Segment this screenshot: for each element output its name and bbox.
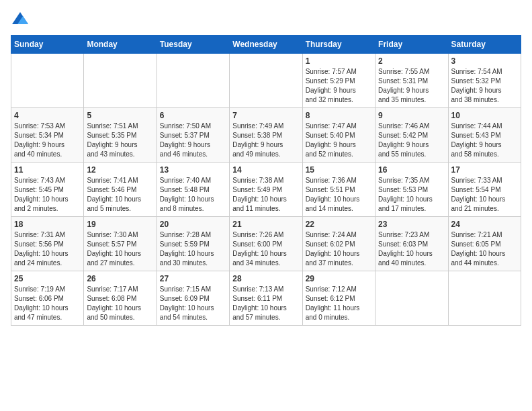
day-number: 14 xyxy=(232,165,299,175)
day-number: 1 xyxy=(306,56,372,66)
calendar-day: 4Sunrise: 7:53 AM Sunset: 5:34 PM Daylig… xyxy=(11,108,84,163)
calendar-day: 21Sunrise: 7:26 AM Sunset: 6:00 PM Dayli… xyxy=(230,217,302,271)
calendar-day: 27Sunrise: 7:15 AM Sunset: 6:09 PM Dayli… xyxy=(157,271,229,326)
day-number: 12 xyxy=(87,165,153,175)
day-number: 6 xyxy=(160,111,226,120)
day-info: Sunrise: 7:49 AM Sunset: 5:38 PM Dayligh… xyxy=(232,122,299,159)
calendar-day: 6Sunrise: 7:50 AM Sunset: 5:37 PM Daylig… xyxy=(157,108,229,163)
calendar-day: 3Sunrise: 7:54 AM Sunset: 5:32 PM Daylig… xyxy=(448,54,521,108)
weekday-header: Tuesday xyxy=(157,36,229,54)
calendar-day xyxy=(84,54,157,108)
day-number: 29 xyxy=(306,274,372,283)
calendar-day: 2Sunrise: 7:55 AM Sunset: 5:31 PM Daylig… xyxy=(375,54,448,108)
day-info: Sunrise: 7:36 AM Sunset: 5:51 PM Dayligh… xyxy=(306,176,372,214)
day-number: 23 xyxy=(378,220,445,229)
weekday-header: Monday xyxy=(84,36,157,54)
day-info: Sunrise: 7:12 AM Sunset: 6:12 PM Dayligh… xyxy=(306,285,372,322)
calendar-day: 10Sunrise: 7:44 AM Sunset: 5:43 PM Dayli… xyxy=(448,108,521,163)
calendar-day: 7Sunrise: 7:49 AM Sunset: 5:38 PM Daylig… xyxy=(230,108,302,163)
day-number: 22 xyxy=(306,220,372,229)
day-info: Sunrise: 7:21 AM Sunset: 6:05 PM Dayligh… xyxy=(451,230,518,268)
day-number: 26 xyxy=(87,274,153,283)
day-info: Sunrise: 7:53 AM Sunset: 5:34 PM Dayligh… xyxy=(14,122,81,159)
logo-icon xyxy=(11,11,30,30)
day-info: Sunrise: 7:26 AM Sunset: 6:00 PM Dayligh… xyxy=(232,230,299,268)
day-info: Sunrise: 7:38 AM Sunset: 5:49 PM Dayligh… xyxy=(232,176,299,214)
day-number: 10 xyxy=(451,111,518,120)
day-number: 25 xyxy=(14,274,81,283)
day-info: Sunrise: 7:35 AM Sunset: 5:53 PM Dayligh… xyxy=(378,176,445,214)
day-info: Sunrise: 7:15 AM Sunset: 6:09 PM Dayligh… xyxy=(160,285,226,322)
day-info: Sunrise: 7:28 AM Sunset: 5:59 PM Dayligh… xyxy=(160,230,226,268)
calendar-day: 13Sunrise: 7:40 AM Sunset: 5:48 PM Dayli… xyxy=(157,163,229,217)
day-number: 17 xyxy=(451,165,518,175)
calendar-day: 9Sunrise: 7:46 AM Sunset: 5:42 PM Daylig… xyxy=(375,108,448,163)
day-number: 8 xyxy=(306,111,372,120)
calendar-week: 1Sunrise: 7:57 AM Sunset: 5:29 PM Daylig… xyxy=(11,54,521,108)
calendar-day: 29Sunrise: 7:12 AM Sunset: 6:12 PM Dayli… xyxy=(302,271,375,326)
calendar-week: 18Sunrise: 7:31 AM Sunset: 5:56 PM Dayli… xyxy=(11,217,521,271)
day-number: 4 xyxy=(14,111,81,120)
day-number: 13 xyxy=(160,165,226,175)
calendar-day: 22Sunrise: 7:24 AM Sunset: 6:02 PM Dayli… xyxy=(302,217,375,271)
calendar-day: 1Sunrise: 7:57 AM Sunset: 5:29 PM Daylig… xyxy=(302,54,375,108)
calendar-day: 11Sunrise: 7:43 AM Sunset: 5:45 PM Dayli… xyxy=(11,163,84,217)
calendar-day: 26Sunrise: 7:17 AM Sunset: 6:08 PM Dayli… xyxy=(84,271,157,326)
day-number: 18 xyxy=(14,220,81,229)
day-number: 7 xyxy=(232,111,299,120)
calendar-day xyxy=(375,271,448,326)
day-info: Sunrise: 7:51 AM Sunset: 5:35 PM Dayligh… xyxy=(87,122,153,159)
calendar-day: 17Sunrise: 7:33 AM Sunset: 5:54 PM Dayli… xyxy=(448,163,521,217)
day-info: Sunrise: 7:30 AM Sunset: 5:57 PM Dayligh… xyxy=(87,230,153,268)
day-number: 5 xyxy=(87,111,153,120)
day-number: 19 xyxy=(87,220,153,229)
weekday-header: Wednesday xyxy=(230,36,302,54)
day-info: Sunrise: 7:55 AM Sunset: 5:31 PM Dayligh… xyxy=(378,67,445,105)
day-info: Sunrise: 7:40 AM Sunset: 5:48 PM Dayligh… xyxy=(160,176,226,214)
calendar: SundayMondayTuesdayWednesdayThursdayFrid… xyxy=(11,35,521,326)
day-info: Sunrise: 7:31 AM Sunset: 5:56 PM Dayligh… xyxy=(14,230,81,268)
calendar-day: 24Sunrise: 7:21 AM Sunset: 6:05 PM Dayli… xyxy=(448,217,521,271)
calendar-day xyxy=(230,54,302,108)
day-number: 20 xyxy=(160,220,226,229)
day-number: 15 xyxy=(306,165,372,175)
calendar-week: 25Sunrise: 7:19 AM Sunset: 6:06 PM Dayli… xyxy=(11,271,521,326)
calendar-day xyxy=(11,54,84,108)
weekday-header: Thursday xyxy=(302,36,375,54)
calendar-day: 28Sunrise: 7:13 AM Sunset: 6:11 PM Dayli… xyxy=(230,271,302,326)
day-number: 16 xyxy=(378,165,445,175)
header xyxy=(11,11,521,30)
calendar-day: 23Sunrise: 7:23 AM Sunset: 6:03 PM Dayli… xyxy=(375,217,448,271)
calendar-day: 8Sunrise: 7:47 AM Sunset: 5:40 PM Daylig… xyxy=(302,108,375,163)
day-info: Sunrise: 7:54 AM Sunset: 5:32 PM Dayligh… xyxy=(451,67,518,105)
calendar-week: 11Sunrise: 7:43 AM Sunset: 5:45 PM Dayli… xyxy=(11,163,521,217)
calendar-day xyxy=(448,271,521,326)
calendar-week: 4Sunrise: 7:53 AM Sunset: 5:34 PM Daylig… xyxy=(11,108,521,163)
day-number: 11 xyxy=(14,165,81,175)
weekday-header: Saturday xyxy=(448,36,521,54)
weekday-header: Sunday xyxy=(11,36,84,54)
day-number: 3 xyxy=(451,56,518,66)
day-number: 9 xyxy=(378,111,445,120)
calendar-day: 18Sunrise: 7:31 AM Sunset: 5:56 PM Dayli… xyxy=(11,217,84,271)
calendar-day: 16Sunrise: 7:35 AM Sunset: 5:53 PM Dayli… xyxy=(375,163,448,217)
calendar-day: 12Sunrise: 7:41 AM Sunset: 5:46 PM Dayli… xyxy=(84,163,157,217)
day-info: Sunrise: 7:47 AM Sunset: 5:40 PM Dayligh… xyxy=(306,122,372,159)
day-info: Sunrise: 7:43 AM Sunset: 5:45 PM Dayligh… xyxy=(14,176,81,214)
calendar-day: 25Sunrise: 7:19 AM Sunset: 6:06 PM Dayli… xyxy=(11,271,84,326)
day-info: Sunrise: 7:41 AM Sunset: 5:46 PM Dayligh… xyxy=(87,176,153,214)
day-number: 27 xyxy=(160,274,226,283)
day-info: Sunrise: 7:57 AM Sunset: 5:29 PM Dayligh… xyxy=(306,67,372,105)
calendar-day: 5Sunrise: 7:51 AM Sunset: 5:35 PM Daylig… xyxy=(84,108,157,163)
day-info: Sunrise: 7:17 AM Sunset: 6:08 PM Dayligh… xyxy=(87,285,153,322)
day-info: Sunrise: 7:19 AM Sunset: 6:06 PM Dayligh… xyxy=(14,285,81,322)
weekday-header: Friday xyxy=(375,36,448,54)
calendar-day: 15Sunrise: 7:36 AM Sunset: 5:51 PM Dayli… xyxy=(302,163,375,217)
day-info: Sunrise: 7:33 AM Sunset: 5:54 PM Dayligh… xyxy=(451,176,518,214)
calendar-day xyxy=(157,54,229,108)
day-info: Sunrise: 7:44 AM Sunset: 5:43 PM Dayligh… xyxy=(451,122,518,159)
day-number: 28 xyxy=(232,274,299,283)
calendar-header: SundayMondayTuesdayWednesdayThursdayFrid… xyxy=(11,36,521,54)
day-info: Sunrise: 7:50 AM Sunset: 5:37 PM Dayligh… xyxy=(160,122,226,159)
day-number: 21 xyxy=(232,220,299,229)
